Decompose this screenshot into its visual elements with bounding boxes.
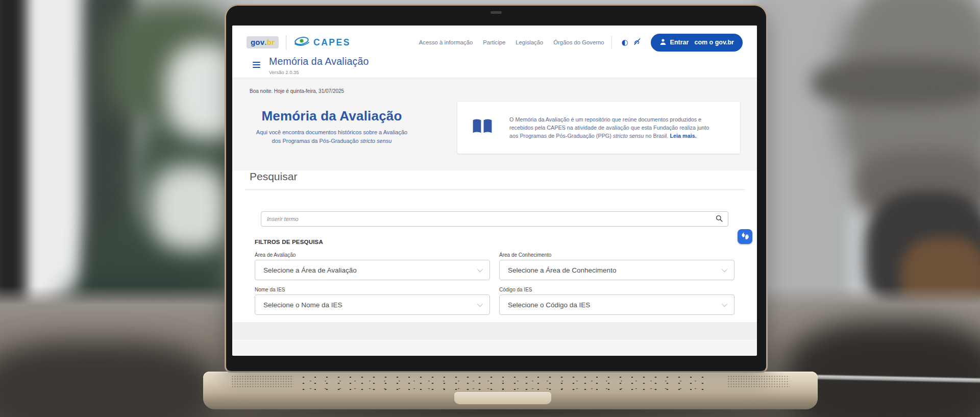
hero-subtitle-italic: stricto sensu xyxy=(360,138,392,144)
contrast-button[interactable]: ◐ xyxy=(619,38,631,47)
capes-logo[interactable]: CAPES xyxy=(293,35,351,50)
chevron-down-icon xyxy=(477,266,483,272)
leia-mais-link[interactable]: Leia mais. xyxy=(670,133,696,139)
login-govbr-button[interactable]: Entrar com o gov.br xyxy=(651,34,743,52)
laptop-keyboard xyxy=(298,374,706,395)
select-nome-ies[interactable]: Selecione o Nome da IES xyxy=(255,295,490,315)
login-button-label: Entrar xyxy=(670,39,689,46)
govbr-logo-gov: gov xyxy=(251,38,264,46)
app-version: Versão 2.0.35 xyxy=(269,69,369,75)
bg-plant-blob xyxy=(105,0,240,128)
bg-shelf-band xyxy=(852,151,980,222)
filter-nome-ies: Nome da IES Selecione o Nome da IES xyxy=(255,287,490,315)
filter-label: Nome da IES xyxy=(255,287,490,292)
bg-shelf-light xyxy=(755,0,847,327)
site-header: gov.br CAPES Acesso à informação xyxy=(232,26,757,78)
hero-intro: Memória da Avaliação Aqui você encontra … xyxy=(250,101,414,145)
logo-divider xyxy=(286,35,286,50)
card-italic: stricto sensu xyxy=(613,133,644,139)
contrast-icon: ◐ xyxy=(622,39,628,46)
accessibility-icon xyxy=(633,38,641,47)
nav-divider xyxy=(611,36,612,49)
trackpad-notch xyxy=(454,392,551,404)
select-value: Selecione o Nome da IES xyxy=(263,301,342,309)
select-value: Selecione a Área de Conhecimento xyxy=(508,266,616,274)
select-value: Selecione o Código da IES xyxy=(508,301,590,309)
search-section-title: Pesquisar xyxy=(232,170,757,183)
bg-shelf xyxy=(837,0,980,199)
select-value: Selecione a Área de Avaliação xyxy=(263,266,357,274)
main-nav: Acesso à informação Participe Legislação… xyxy=(419,39,604,45)
header-title-row: Memória da Avaliação Versão 2.0.35 xyxy=(247,56,743,75)
speaker-grille-right xyxy=(727,375,790,388)
hero-subtitle-line1: Aqui você encontra documentos históricos… xyxy=(250,128,414,137)
header-top-bar: gov.br CAPES Acesso à informação xyxy=(247,30,743,55)
webcam xyxy=(491,11,502,14)
speaker-grille-left xyxy=(231,375,293,388)
title-block: Memória da Avaliação Versão 2.0.35 xyxy=(269,56,369,75)
select-codigo-ies[interactable]: Selecione o Código da IES xyxy=(499,295,734,315)
menu-button[interactable] xyxy=(252,58,261,72)
hero-subtitle-line2: dos Programas da Pós-Graduação stricto s… xyxy=(250,137,414,145)
page-bottom-strip xyxy=(232,322,757,339)
bg-wood-item xyxy=(901,237,980,319)
chevron-down-icon xyxy=(477,301,483,307)
site-body: Boa noite. Hoje é quinta-feira, 31/07/20… xyxy=(232,78,757,355)
nav-link-legislacao[interactable]: Legislação xyxy=(516,39,543,45)
chevron-down-icon xyxy=(722,301,727,307)
search-input[interactable] xyxy=(261,211,728,227)
bg-appliance xyxy=(865,191,980,319)
nav-link-orgaos-governo[interactable]: Órgãos do Governo xyxy=(553,39,604,45)
filter-label: Área de Conhecimento xyxy=(499,252,734,258)
hero-section: Memória da Avaliação Aqui você encontra … xyxy=(232,94,757,163)
filters-grid: Área de Avaliação Selecione a Área de Av… xyxy=(255,252,734,315)
govbr-logo-br: br xyxy=(267,38,275,46)
hamburger-icon xyxy=(253,62,260,63)
filter-area-avaliacao: Área de Avaliação Selecione a Área de Av… xyxy=(255,252,490,280)
bg-light-gap xyxy=(151,166,230,250)
filter-area-conhecimento: Área de Conhecimento Selecione a Área de… xyxy=(499,252,734,280)
laptop-base xyxy=(203,372,818,409)
bg-shelf-band xyxy=(812,59,980,107)
search-submit-button[interactable] xyxy=(711,212,727,226)
filters-heading: FILTROS DE PESQUISA xyxy=(255,239,734,245)
power-cable xyxy=(804,375,980,383)
bg-window-light xyxy=(27,0,91,342)
bg-plant-blob xyxy=(89,212,235,342)
search-section: Pesquisar xyxy=(232,170,757,339)
filter-codigo-ies: Código da IES Selecione o Código da IES xyxy=(499,287,734,315)
capes-eye-icon xyxy=(293,35,311,50)
sign-language-hands-icon xyxy=(741,232,750,241)
search-icon xyxy=(716,215,723,224)
nav-link-acesso-informacao[interactable]: Acesso à informação xyxy=(419,39,473,45)
about-card-text: O Memória da Avaliação é um repositório … xyxy=(509,115,717,140)
open-book-icon xyxy=(471,116,494,139)
filter-label: Área de Avaliação xyxy=(255,252,490,258)
bg-window-frame xyxy=(0,0,37,342)
hero-title: Memória da Avaliação xyxy=(250,108,414,124)
laptop-lid: gov.br CAPES Acesso à informação xyxy=(225,4,768,373)
vlibras-accessibility-button[interactable] xyxy=(738,229,752,244)
accessibility-button[interactable] xyxy=(631,37,644,48)
capes-wordmark: CAPES xyxy=(313,37,351,48)
desk-shadow-left xyxy=(0,342,214,417)
govbr-logo[interactable]: gov.br xyxy=(247,36,279,48)
nav-link-participe[interactable]: Participe xyxy=(483,39,505,45)
user-icon xyxy=(659,38,667,47)
bg-window-frame-2 xyxy=(83,0,137,342)
filter-label: Código da IES xyxy=(499,287,734,292)
browser-viewport: gov.br CAPES Acesso à informação xyxy=(232,26,757,356)
select-area-avaliacao[interactable]: Selecione a Área de Avaliação xyxy=(255,260,490,280)
about-card: O Memória da Avaliação é um repositório … xyxy=(457,101,741,154)
search-panel: FILTROS DE PESQUISA Área de Avaliação Se… xyxy=(232,190,757,315)
bg-plant-blob xyxy=(56,273,225,380)
login-button-label-2: com o gov.br xyxy=(694,39,734,46)
search-input-wrap xyxy=(261,211,728,227)
greeting-text: Boa noite. Hoje é quinta-feira, 31/07/20… xyxy=(232,78,757,94)
page-title: Memória da Avaliação xyxy=(269,56,369,67)
chevron-down-icon xyxy=(722,266,727,272)
select-area-conhecimento[interactable]: Selecione a Área de Conhecimento xyxy=(499,260,734,280)
